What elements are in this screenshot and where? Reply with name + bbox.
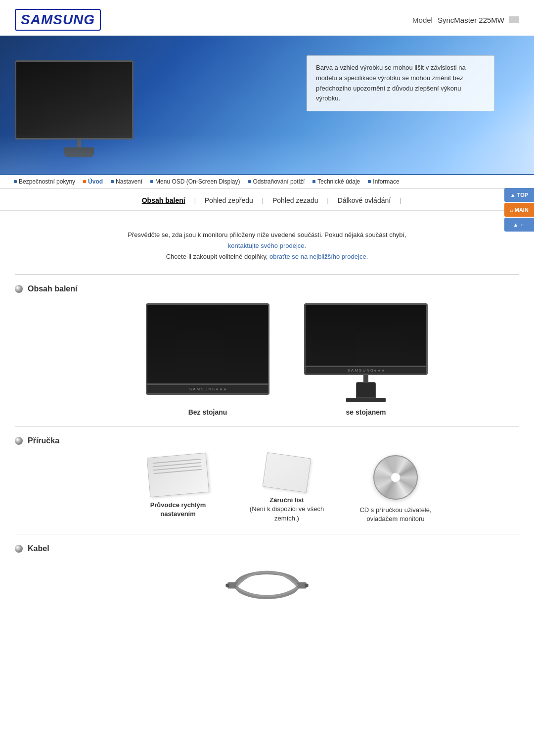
nav-label-uvod: Úvod [88, 178, 103, 185]
tab-obsah-baleni[interactable]: Obsah balení [133, 196, 194, 204]
tab-pohled-zezadu[interactable]: Pohled zezadu [264, 196, 327, 204]
warranty-illustration [263, 452, 312, 493]
control-dot-r3 [382, 370, 384, 372]
zarucni-note: (Není k dispozici ve všech zemích.) [250, 505, 324, 521]
control-dot-r2 [378, 370, 380, 372]
nav-item-odstranovani[interactable]: Odstraňování potíží [244, 178, 309, 185]
monitor-stand [356, 382, 376, 398]
main-label: MAIN [515, 207, 529, 213]
accessory-label-cd: CD s příručkou uživatele, ovladačem moni… [351, 506, 440, 523]
page-header: SAMSUNG Model SyncMaster 225MW [0, 0, 534, 36]
quickguide-lines [153, 459, 202, 476]
main-icon: ⌂ [510, 207, 513, 213]
top-button[interactable]: ▲ TOP [504, 188, 534, 202]
product-label-se-stojanem: se stojanem [346, 408, 386, 416]
svg-point-0 [236, 572, 298, 597]
nav-dot-icon [248, 180, 251, 183]
section-divider-2 [15, 426, 519, 426]
section-bullet-icon [15, 285, 23, 293]
product-se-stojanem: SAMSUNG se stojanem [302, 303, 430, 416]
quickguide-illustration [147, 453, 210, 497]
nav-item-informace[interactable]: Informace [364, 178, 403, 185]
hero-banner: Barva a vzhled výrobku se mohou lišit v … [0, 36, 534, 174]
nav-item-technicke[interactable]: Technické údaje [309, 178, 364, 185]
samsung-brand-text: SAMSUNG [189, 387, 216, 391]
section-divider-3 [15, 534, 519, 534]
nav-label: Informace [373, 178, 399, 185]
intro-text-block: Přesvědčte se, zda jsou k monitoru přilo… [15, 230, 519, 262]
product-label-bez-stojanu: Bez stojanu [188, 408, 227, 416]
top-arrow-icon: ▲ [510, 192, 516, 198]
nav-dot-icon [312, 180, 315, 183]
contact-seller-link[interactable]: kontaktujte svého prodejce. [228, 242, 306, 249]
accessories-grid: Průvodce rychlým nastavením Záruční list… [54, 455, 519, 523]
monitor-screen-left-illus [146, 303, 269, 385]
monitor-bezel-bottom: SAMSUNG [146, 385, 269, 395]
monitor-se-stojanem-illustration: SAMSUNG [302, 303, 430, 402]
model-info: Model SyncMaster 225MW [412, 16, 519, 24]
accessory-zarucni-list: Záruční list (Není k dispozici ve všech … [242, 455, 331, 523]
nearest-seller-link[interactable]: obraťte se na nejbližšího prodejce. [269, 253, 368, 260]
accessory-label-prurvodce: Průvodce rychlým nastavením [134, 501, 222, 519]
nav-label: Technické údaje [317, 178, 360, 185]
navigation-menu: Bezpečnostní pokyny Úvod Nastavení Menu … [0, 174, 534, 189]
tab-separator-4: | [400, 197, 401, 204]
nav-dot-active-icon [83, 180, 86, 183]
samsung-logo: SAMSUNG [15, 9, 101, 31]
control-dot-2 [220, 388, 222, 390]
samsung-brand-text-right: SAMSUNG [348, 368, 374, 373]
cd-illustration [373, 455, 418, 500]
svg-rect-4 [305, 583, 308, 587]
side-navigation: ▲ TOP ⌂ MAIN ▲ ← [504, 188, 534, 232]
nav-label: Bezpečnostní pokyny [19, 178, 75, 185]
section-divider-1 [15, 274, 519, 275]
nav-label: Odstraňování potíží [253, 178, 305, 185]
monitor-neck-stand [363, 375, 368, 382]
hero-waves-decoration [0, 135, 534, 174]
cd-hole [391, 472, 400, 482]
tab-pohled-zpredu[interactable]: Pohled zepředu [196, 196, 262, 204]
main-content: Přesvědčte se, zda jsou k monitoru přilo… [0, 211, 534, 617]
prev-arrow-icon: ▲ [513, 222, 519, 228]
section-header-prirucka: Příručka [15, 436, 519, 445]
section-title-obsah: Obsah balení [28, 284, 77, 293]
nav-item-osd[interactable]: Menu OSD (On-Screen Display) [146, 178, 244, 185]
product-bez-stojanu: SAMSUNG Bez stojanu [143, 303, 272, 416]
cable-svg [222, 563, 312, 603]
nav-dot-icon [14, 180, 17, 183]
control-dot-r1 [374, 370, 376, 372]
zarucni-title: Záruční list [269, 496, 304, 504]
monitor-bezel-bottom-right: SAMSUNG [304, 367, 428, 375]
nav-item-nastaveni[interactable]: Nastavení [107, 178, 146, 185]
content-tabs: Obsah balení | Pohled zepředu | Pohled z… [0, 189, 534, 211]
tab-dalkove-ovladani[interactable]: Dálkové ovládání [329, 196, 400, 204]
nav-dot-icon [368, 180, 371, 183]
flag-icon [509, 16, 519, 23]
main-button[interactable]: ⌂ MAIN [504, 203, 534, 217]
nav-item-uvod[interactable]: Úvod [79, 178, 107, 185]
prev-button[interactable]: ▲ ← [504, 218, 534, 232]
accessory-label-zarucni: Záruční list (Není k dispozici ve všech … [242, 496, 331, 523]
nav-dot-icon [150, 180, 153, 183]
section-title-kabel: Kabel [28, 544, 49, 553]
nav-label: Nastavení [116, 178, 142, 185]
accessory-cd: CD s příručkou uživatele, ovladačem moni… [351, 455, 440, 523]
hero-notice-text: Barva a vzhled výrobku se mohou lišit v … [316, 64, 466, 102]
control-dot-3 [224, 388, 226, 390]
accessory-prurvodce: Průvodce rychlým nastavením [134, 455, 222, 523]
model-label: Model [412, 16, 433, 24]
nav-item-bezpecnostni[interactable]: Bezpečnostní pokyny [10, 178, 79, 185]
section-bullet-kabel-icon [15, 545, 23, 553]
monitor-base-stand [346, 398, 386, 402]
section-kabel: Kabel [15, 544, 519, 603]
products-grid: SAMSUNG Bez stojanu SAMSUNG [54, 303, 519, 416]
cable-illustration [222, 563, 312, 603]
model-name: SyncMaster 225MW [438, 16, 504, 24]
monitor-bez-stojanu-illustration: SAMSUNG [143, 303, 272, 402]
monitor-controls-right [374, 370, 384, 372]
top-label: TOP [517, 192, 528, 198]
prev-label: ← [520, 222, 525, 228]
section-bullet-prirucka-icon [15, 437, 23, 445]
svg-rect-2 [225, 583, 229, 587]
section-header-kabel: Kabel [15, 544, 519, 553]
